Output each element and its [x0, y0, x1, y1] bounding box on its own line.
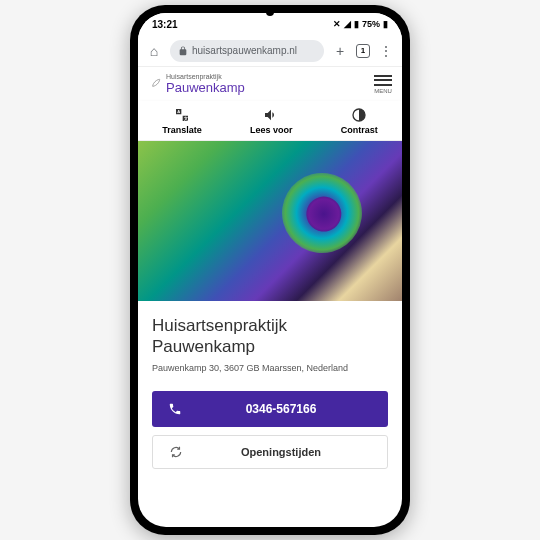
svg-text:文: 文 [183, 115, 188, 120]
call-button[interactable]: 0346-567166 [152, 391, 388, 427]
translate-button[interactable]: A文 Translate [162, 107, 202, 135]
url-bar[interactable]: huisartspauwenkamp.nl [170, 40, 324, 62]
feather-icon [148, 77, 162, 91]
refresh-icon [169, 445, 183, 459]
hours-label: Openingstijden [211, 446, 351, 458]
battery-icon: ▮ [383, 19, 388, 29]
contrast-icon [351, 107, 367, 123]
url-text: huisartspauwenkamp.nl [192, 45, 297, 56]
menu-dots-icon[interactable]: ⋮ [378, 43, 394, 59]
mute-icon: ✕ [333, 19, 341, 29]
site-header: Huisartsenpraktijk Pauwenkamp MENU [138, 67, 402, 101]
hamburger-icon [374, 75, 392, 86]
signal-icon: ▮ [354, 19, 359, 29]
logo-name: Pauwenkamp [166, 80, 245, 95]
browser-bar: ⌂ huisartspauwenkamp.nl + 1 ⋮ [138, 35, 402, 67]
translate-label: Translate [162, 125, 202, 135]
main-content: Huisartsenpraktijk Pauwenkamp Pauwenkamp… [138, 301, 402, 381]
newtab-icon[interactable]: + [332, 43, 348, 59]
status-bar: 13:21 ✕ ◢ ▮ 75% ▮ [138, 13, 402, 35]
peacock-feather [273, 164, 371, 262]
menu-label: MENU [374, 88, 392, 94]
accessibility-toolbar: A文 Translate Lees voor Contrast [138, 101, 402, 141]
site-logo[interactable]: Huisartsenpraktijk Pauwenkamp [148, 73, 245, 95]
wifi-icon: ◢ [344, 19, 351, 29]
status-icons: ✕ ◢ ▮ 75% ▮ [333, 19, 388, 29]
speaker-icon [263, 107, 279, 123]
logo-tagline: Huisartsenpraktijk [166, 73, 245, 80]
readaloud-label: Lees voor [250, 125, 293, 135]
translate-icon: A文 [174, 107, 190, 123]
home-icon[interactable]: ⌂ [146, 43, 162, 59]
svg-text:A: A [177, 109, 180, 114]
page-title: Huisartsenpraktijk Pauwenkamp [152, 315, 388, 358]
contrast-label: Contrast [341, 125, 378, 135]
phone-number: 0346-567166 [210, 402, 352, 416]
clock: 13:21 [152, 19, 178, 30]
menu-button[interactable]: MENU [374, 75, 392, 94]
hero-image [138, 141, 402, 301]
readaloud-button[interactable]: Lees voor [250, 107, 293, 135]
lock-icon [178, 46, 188, 56]
battery-text: 75% [362, 19, 380, 29]
address-text: Pauwenkamp 30, 3607 GB Maarssen, Nederla… [152, 363, 388, 373]
tab-count[interactable]: 1 [356, 44, 370, 58]
contrast-button[interactable]: Contrast [341, 107, 378, 135]
hours-button[interactable]: Openingstijden [152, 435, 388, 469]
phone-icon [168, 402, 182, 416]
